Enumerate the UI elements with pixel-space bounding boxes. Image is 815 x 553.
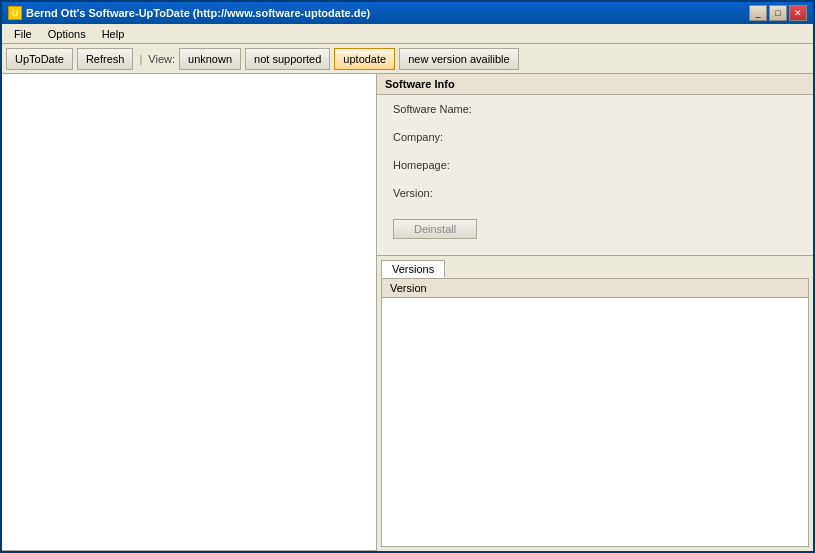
software-info-body: Software Name: Company: Homepage: Versio…	[377, 95, 813, 255]
versions-section: Versions Version	[377, 256, 813, 551]
deinstall-button[interactable]: Deinstall	[393, 219, 477, 239]
view-label: View:	[148, 53, 175, 65]
tab-unknown[interactable]: unknown	[179, 48, 241, 70]
uptodate-button[interactable]: UpToDate	[6, 48, 73, 70]
menu-bar: File Options Help	[2, 24, 813, 44]
toolbar: UpToDate Refresh | View: unknown not sup…	[2, 44, 813, 74]
window-title: Bernd Ott's Software-UpToDate (http://ww…	[26, 7, 370, 19]
version-field: Version:	[393, 187, 797, 199]
versions-column-header: Version	[382, 279, 808, 298]
title-bar: U Bernd Ott's Software-UpToDate (http://…	[2, 2, 813, 24]
tab-new-version[interactable]: new version availible	[399, 48, 519, 70]
refresh-button[interactable]: Refresh	[77, 48, 134, 70]
versions-content[interactable]: Version	[381, 278, 809, 547]
close-button[interactable]: ✕	[789, 5, 807, 21]
menu-help[interactable]: Help	[94, 26, 133, 42]
menu-file[interactable]: File	[6, 26, 40, 42]
company-field: Company:	[393, 131, 797, 143]
homepage-field: Homepage:	[393, 159, 797, 171]
software-name-field: Software Name:	[393, 103, 797, 115]
menu-options[interactable]: Options	[40, 26, 94, 42]
minimize-button[interactable]: _	[749, 5, 767, 21]
left-panel	[2, 74, 377, 551]
app-icon: U	[8, 6, 22, 20]
title-bar-left: U Bernd Ott's Software-UpToDate (http://…	[8, 6, 370, 20]
software-info-panel: Software Info Software Name: Company: Ho…	[377, 74, 813, 256]
main-window: U Bernd Ott's Software-UpToDate (http://…	[0, 0, 815, 553]
software-list[interactable]	[2, 74, 376, 550]
tab-uptodate[interactable]: uptodate	[334, 48, 395, 70]
versions-tab[interactable]: Versions	[381, 260, 445, 278]
title-buttons: _ □ ✕	[749, 5, 807, 21]
right-panel: Software Info Software Name: Company: Ho…	[377, 74, 813, 551]
tab-not-supported[interactable]: not supported	[245, 48, 330, 70]
toolbar-separator: |	[137, 53, 144, 65]
versions-tab-bar: Versions	[381, 260, 809, 278]
maximize-button[interactable]: □	[769, 5, 787, 21]
main-content: Software Info Software Name: Company: Ho…	[2, 74, 813, 551]
versions-table: Version	[382, 279, 808, 298]
software-info-header: Software Info	[377, 74, 813, 95]
